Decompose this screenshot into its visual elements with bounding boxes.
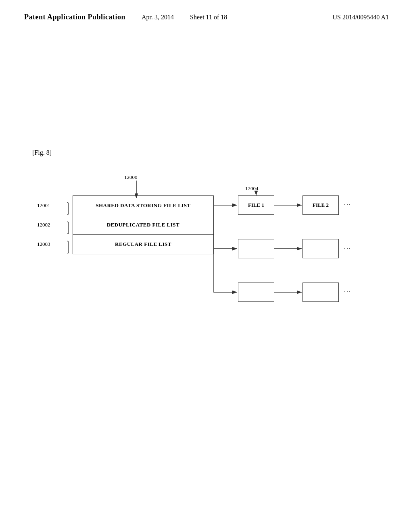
- dots-row3: ···: [344, 289, 351, 296]
- page-header: Patent Application Publication Apr. 3, 2…: [0, 0, 413, 21]
- regular-label: REGULAR FILE LIST: [73, 241, 213, 247]
- deduplicated-row: DEDUPLICATED FILE LIST: [73, 215, 213, 235]
- publication-date: Apr. 3, 2014: [142, 14, 174, 21]
- shared-data-row: SHARED DATA STORING FILE LIST: [73, 196, 213, 215]
- svg-text:12003: 12003: [37, 241, 50, 247]
- regular-row: REGULAR FILE LIST: [73, 235, 213, 254]
- row2-box2: [302, 239, 339, 258]
- row2-box1: [238, 239, 274, 258]
- svg-text:12001: 12001: [37, 202, 50, 208]
- row3-box2: [302, 283, 339, 302]
- row3-box1: [238, 283, 274, 302]
- publication-title: Patent Application Publication: [24, 13, 125, 21]
- svg-text:12004: 12004: [245, 185, 259, 191]
- file-list-container: SHARED DATA STORING FILE LIST DEDUPLICAT…: [73, 195, 214, 254]
- file1-box: FILE 1: [238, 195, 274, 215]
- file1-label: FILE 1: [248, 202, 264, 208]
- patent-number: US 2014/0095440 A1: [332, 14, 389, 21]
- deduplicated-label: DEDUPLICATED FILE LIST: [73, 222, 213, 228]
- dots-row2: ···: [344, 245, 351, 252]
- file2-label: FILE 2: [313, 202, 329, 208]
- diagram-container: 12000 12004 12001 12002 12003: [24, 173, 387, 326]
- svg-text:12000: 12000: [124, 174, 138, 180]
- shared-data-label: SHARED DATA STORING FILE LIST: [73, 202, 213, 209]
- figure-label: [Fig. 8]: [32, 149, 52, 156]
- sheet-info: Sheet 11 of 18: [190, 14, 227, 21]
- file2-box: FILE 2: [302, 195, 339, 215]
- svg-text:12002: 12002: [37, 222, 50, 228]
- dots-row1: ···: [344, 202, 351, 209]
